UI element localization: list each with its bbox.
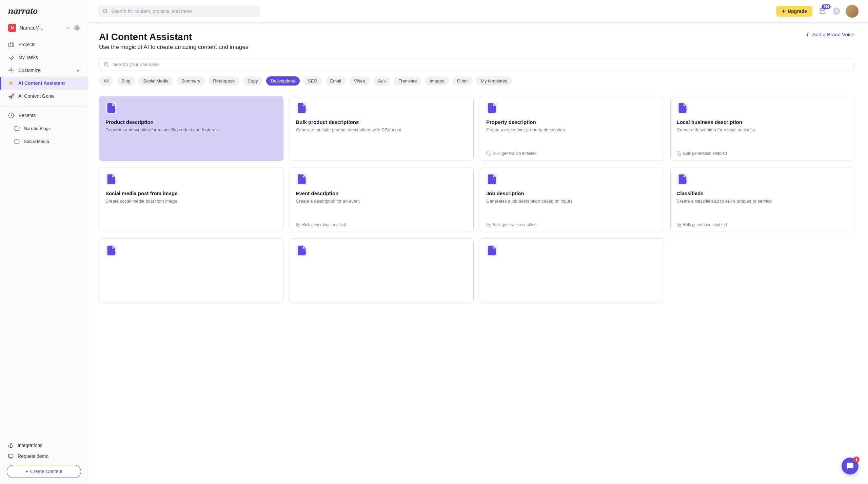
- svg-line-12: [107, 66, 108, 67]
- chip-summary[interactable]: Summary: [177, 76, 205, 86]
- card-title: Social media post from image: [105, 190, 277, 196]
- svg-point-4: [10, 443, 12, 444]
- chip-images[interactable]: Images: [425, 76, 449, 86]
- check-double-icon: [8, 54, 14, 60]
- chat-button[interactable]: 1: [842, 458, 859, 474]
- card-title: Product description: [105, 119, 277, 125]
- chip-copy[interactable]: Copy: [243, 76, 262, 86]
- chip-blog[interactable]: Blog: [117, 76, 135, 86]
- global-search-input[interactable]: [98, 5, 260, 17]
- card-desc: Create social media post from image: [105, 198, 277, 204]
- nav-recents[interactable]: Recents: [0, 109, 88, 122]
- page-header: AI Content Assistant Use the magic of AI…: [99, 32, 854, 51]
- notification-badge: 444: [822, 4, 831, 9]
- card-desc: Generate a description for a specific pr…: [105, 127, 277, 133]
- upgrade-button[interactable]: ✦ Upgrade: [776, 6, 812, 17]
- nav: Projects My Tasks Customize ▶ AI Content…: [0, 38, 88, 436]
- category-chips: AllBlogSocial MediaSummaryRepurposeCopyD…: [99, 76, 854, 86]
- document-icon: [677, 173, 688, 185]
- chat-badge: 1: [853, 457, 860, 463]
- card-title: Job description: [486, 190, 658, 196]
- document-icon: [486, 173, 498, 185]
- workspace-badge: N: [8, 24, 16, 32]
- plus-icon: +: [25, 469, 28, 474]
- chip-email[interactable]: Email: [326, 76, 346, 86]
- nav-recent-item[interactable]: Social Media: [0, 135, 88, 148]
- bulk-indicator: Bulk generation enabled: [677, 222, 848, 227]
- card-desc: Create a description for an event: [296, 198, 468, 204]
- document-icon: [105, 245, 117, 256]
- template-card[interactable]: Local business descriptionCreate a descr…: [670, 96, 855, 161]
- add-brand-voice-button[interactable]: 🎙 Add a Brand Voice: [805, 32, 854, 37]
- chip-repurpose[interactable]: Repurpose: [209, 76, 240, 86]
- document-icon: [486, 245, 498, 256]
- document-icon: [105, 102, 117, 114]
- workspace-selector[interactable]: N NarratoM...: [0, 20, 88, 38]
- document-icon: [296, 173, 308, 185]
- help-button[interactable]: ?: [833, 7, 840, 15]
- nav-projects[interactable]: Projects: [0, 38, 88, 51]
- bulk-indicator: Bulk generation enabled: [486, 222, 658, 227]
- chip-ads[interactable]: Ads: [373, 76, 390, 86]
- chip-seo[interactable]: SEO: [303, 76, 322, 86]
- card-title: Local business description: [677, 119, 848, 125]
- template-card[interactable]: [480, 238, 664, 303]
- chip-other[interactable]: Other: [452, 76, 473, 86]
- nav-ai-assistant[interactable]: AI Content Assistant: [0, 77, 88, 90]
- nav-label: My Tasks: [18, 55, 38, 60]
- nav-customize[interactable]: Customize ▶: [0, 64, 88, 77]
- template-card[interactable]: Property descriptionCreate a real estate…: [480, 96, 664, 161]
- nav-recent-item[interactable]: Narrato Blogs: [0, 122, 88, 135]
- chip-translate[interactable]: Translate: [394, 76, 421, 86]
- template-card[interactable]: Event descriptionCreate a description fo…: [290, 167, 474, 232]
- nav-integrations[interactable]: Integrations: [7, 440, 81, 451]
- nav-label: Request demo: [18, 453, 48, 459]
- folder-icon: [14, 125, 20, 131]
- nav-demo[interactable]: Request demo: [7, 451, 81, 462]
- notifications-button[interactable]: 444: [818, 6, 827, 16]
- sparkle-icon: ✦: [782, 8, 786, 14]
- nav-label: Social Media: [24, 139, 49, 144]
- gear-icon[interactable]: [74, 25, 80, 31]
- template-card[interactable]: Job descriptionGenerates a job descripti…: [480, 167, 664, 232]
- topbar: ✦ Upgrade 444 ?: [88, 0, 868, 23]
- chevron-right-icon: ▶: [77, 69, 80, 72]
- avatar[interactable]: [846, 5, 859, 18]
- template-card[interactable]: Product descriptionGenerate a descriptio…: [99, 96, 283, 161]
- svg-rect-14: [678, 153, 680, 155]
- template-card[interactable]: ClassifiedsCreate a classified ad to sel…: [670, 167, 855, 232]
- svg-point-0: [76, 27, 78, 29]
- template-card[interactable]: [99, 238, 283, 303]
- bulk-indicator: Bulk generation enabled: [296, 222, 468, 227]
- card-title: Classifieds: [677, 190, 848, 196]
- nav-ai-genie[interactable]: 🚀 AI Content Genie: [0, 90, 88, 103]
- chip-my-templates[interactable]: My templates: [476, 76, 512, 86]
- bulk-indicator: Bulk generation enabled: [486, 151, 658, 156]
- nav-label: Narrato Blogs: [24, 126, 51, 131]
- rocket-icon: 🚀: [8, 93, 14, 99]
- nav-label: AI Content Genie: [18, 93, 55, 99]
- card-desc: Generates a job description based on inp…: [486, 198, 658, 204]
- nav-label: Recents: [18, 113, 36, 118]
- card-desc: Create a classified ad to sell a product…: [677, 198, 848, 204]
- chip-video[interactable]: Video: [349, 76, 370, 86]
- chip-social-media[interactable]: Social Media: [138, 76, 173, 86]
- nav-label: Customize: [18, 68, 41, 73]
- template-card[interactable]: Bulk product descriptionsGenerate multip…: [290, 96, 474, 161]
- document-icon: [677, 102, 688, 114]
- usecase-search-input[interactable]: [99, 58, 854, 71]
- document-icon: [486, 102, 498, 114]
- sidebar-footer: Integrations Request demo + Create Conte…: [0, 436, 88, 484]
- chip-descriptions[interactable]: Descriptions: [266, 76, 300, 86]
- create-content-button[interactable]: + Create Content: [7, 465, 81, 478]
- svg-point-11: [104, 62, 108, 66]
- search-icon: [104, 62, 109, 67]
- chip-all[interactable]: All: [99, 76, 113, 86]
- template-card[interactable]: Social media post from imageCreate socia…: [99, 167, 283, 232]
- template-card[interactable]: [290, 238, 474, 303]
- chevron-down-icon[interactable]: [65, 25, 71, 31]
- clock-icon: [8, 112, 14, 118]
- nav-label: Integrations: [18, 443, 42, 448]
- document-icon: [296, 245, 308, 256]
- nav-tasks[interactable]: My Tasks: [0, 51, 88, 64]
